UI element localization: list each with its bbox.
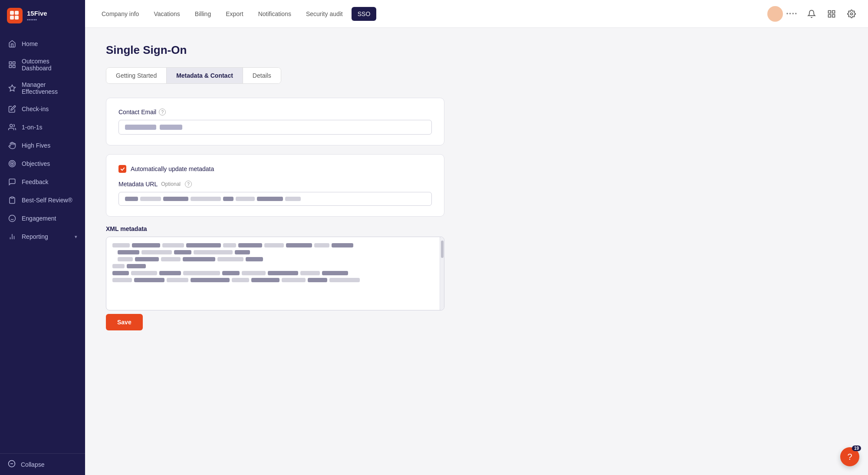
metadata-url-label-row: Metadata URL Optional ? bbox=[118, 181, 432, 188]
tab-security-audit[interactable]: Security audit bbox=[300, 7, 349, 21]
xml-scrollbar[interactable] bbox=[440, 237, 444, 310]
hand-icon bbox=[8, 141, 16, 150]
contact-email-section: Contact Email ? bbox=[106, 98, 444, 145]
user-avatar[interactable] bbox=[767, 6, 783, 22]
sidebar-item-outcomes-label: Outcomes Dashboard bbox=[22, 58, 77, 72]
svg-point-26 bbox=[851, 13, 853, 15]
contact-email-label: Contact Email ? bbox=[118, 109, 432, 115]
people-icon bbox=[8, 123, 16, 132]
metadata-url-help-icon[interactable]: ? bbox=[185, 181, 192, 188]
sidebar-item-best-self-review[interactable]: Best-Self Review® bbox=[0, 191, 85, 209]
sidebar-item-home[interactable]: Home bbox=[0, 35, 85, 53]
svg-rect-25 bbox=[829, 14, 831, 17]
chart-icon bbox=[8, 60, 16, 69]
collapse-button[interactable]: Collapse bbox=[8, 460, 77, 469]
optional-badge: Optional bbox=[161, 181, 181, 187]
contact-email-help-icon[interactable]: ? bbox=[159, 109, 166, 115]
contact-email-field[interactable] bbox=[118, 120, 432, 135]
star-icon bbox=[8, 84, 16, 92]
svg-point-11 bbox=[10, 162, 14, 166]
auto-update-checkbox[interactable] bbox=[118, 165, 126, 173]
topbar-actions: •••• bbox=[767, 6, 858, 22]
sso-sub-tabs: Getting Started Metadata & Contact Detai… bbox=[106, 67, 281, 84]
sidebar-item-highfives-label: High Fives bbox=[22, 142, 50, 149]
page-content: Single Sign-On Getting Started Metadata … bbox=[85, 28, 868, 475]
tab-export[interactable]: Export bbox=[220, 7, 249, 21]
sidebar-item-objectives[interactable]: Objectives bbox=[0, 155, 85, 173]
sub-tab-getting-started[interactable]: Getting Started bbox=[106, 68, 167, 83]
sidebar-item-reporting[interactable]: Reporting ▾ bbox=[0, 228, 85, 246]
logo-icon bbox=[7, 8, 23, 23]
main-content: Company info Vacations Billing Export No… bbox=[85, 0, 868, 475]
sidebar-item-objectives-label: Objectives bbox=[22, 160, 50, 167]
sidebar-item-1on1s[interactable]: 1-on-1s bbox=[0, 118, 85, 136]
sidebar-item-manager-label: Manager Effectiveness bbox=[22, 81, 77, 95]
user-area: •••• bbox=[767, 6, 798, 22]
sidebar-item-1on1-label: 1-on-1s bbox=[22, 124, 42, 131]
tab-notifications[interactable]: Notifications bbox=[252, 7, 297, 21]
svg-point-14 bbox=[9, 215, 16, 222]
help-badge: 19 bbox=[852, 445, 861, 451]
sub-tab-details[interactable]: Details bbox=[243, 68, 281, 83]
user-name-dots: •••• bbox=[786, 10, 798, 17]
tab-vacations[interactable]: Vacations bbox=[148, 7, 186, 21]
auto-update-label: Automatically update metadata bbox=[131, 165, 214, 172]
collapse-label: Collapse bbox=[21, 461, 44, 468]
save-button[interactable]: Save bbox=[106, 314, 143, 330]
sidebar-item-check-ins[interactable]: Check-ins bbox=[0, 100, 85, 118]
svg-rect-6 bbox=[13, 66, 15, 68]
svg-rect-23 bbox=[832, 10, 835, 13]
help-question-icon: ? bbox=[847, 452, 852, 462]
app-name: 15Five bbox=[27, 10, 47, 17]
sidebar-item-home-label: Home bbox=[22, 40, 38, 47]
collapse-icon bbox=[8, 460, 16, 469]
sidebar-item-high-fives[interactable]: High Fives bbox=[0, 136, 85, 155]
svg-rect-22 bbox=[829, 10, 831, 13]
home-icon bbox=[8, 40, 16, 48]
svg-point-9 bbox=[10, 124, 13, 127]
svg-point-12 bbox=[12, 163, 13, 165]
metadata-url-field[interactable] bbox=[118, 192, 432, 206]
email-part1 bbox=[125, 125, 156, 130]
page-title: Single Sign-On bbox=[106, 43, 847, 57]
app-logo[interactable]: 15Five •••••• bbox=[0, 0, 85, 31]
topbar: Company info Vacations Billing Export No… bbox=[85, 0, 868, 28]
svg-rect-2 bbox=[10, 16, 14, 20]
sidebar-nav: Home Outcomes Dashboard Manager Effectiv… bbox=[0, 31, 85, 453]
metadata-url-label: Metadata URL bbox=[118, 181, 158, 188]
svg-marker-8 bbox=[9, 85, 16, 91]
edit-icon bbox=[8, 105, 16, 113]
clipboard-icon bbox=[8, 196, 16, 205]
target-icon bbox=[8, 159, 16, 168]
svg-rect-7 bbox=[9, 66, 11, 68]
tab-billing[interactable]: Billing bbox=[189, 7, 217, 21]
sidebar-item-bsr-label: Best-Self Review® bbox=[22, 197, 72, 204]
tab-company-info[interactable]: Company info bbox=[95, 7, 145, 21]
svg-rect-24 bbox=[832, 14, 835, 17]
help-bubble[interactable]: 19 ? bbox=[840, 447, 859, 466]
reporting-chevron: ▾ bbox=[75, 234, 77, 240]
metadata-section: Automatically update metadata Metadata U… bbox=[106, 154, 444, 217]
sidebar-item-outcomes-dashboard[interactable]: Outcomes Dashboard bbox=[0, 53, 85, 76]
emoji-icon bbox=[8, 214, 16, 223]
grid-icon[interactable] bbox=[825, 8, 838, 20]
sidebar-item-engagement[interactable]: Engagement bbox=[0, 209, 85, 228]
sidebar-item-feedback-label: Feedback bbox=[22, 178, 48, 185]
tab-sso[interactable]: SSO bbox=[352, 7, 377, 21]
email-part2 bbox=[160, 125, 182, 130]
message-icon bbox=[8, 178, 16, 186]
svg-rect-13 bbox=[11, 197, 13, 198]
sidebar-item-manager-effectiveness[interactable]: Manager Effectiveness bbox=[0, 76, 85, 100]
svg-rect-1 bbox=[15, 11, 19, 15]
settings-icon[interactable] bbox=[845, 8, 858, 20]
sidebar-item-reporting-label: Reporting bbox=[22, 233, 48, 240]
xml-metadata-area[interactable] bbox=[106, 237, 444, 310]
sub-tab-metadata-contact[interactable]: Metadata & Contact bbox=[167, 68, 243, 83]
svg-rect-3 bbox=[15, 16, 19, 20]
app-sub: •••••• bbox=[27, 17, 47, 22]
notifications-icon[interactable] bbox=[806, 8, 818, 20]
xml-metadata-section: XML metadata bbox=[106, 225, 444, 310]
sidebar-item-feedback[interactable]: Feedback bbox=[0, 173, 85, 191]
xml-metadata-label: XML metadata bbox=[106, 225, 444, 232]
sidebar: 15Five •••••• Home Outcomes Dashboard Ma… bbox=[0, 0, 85, 475]
